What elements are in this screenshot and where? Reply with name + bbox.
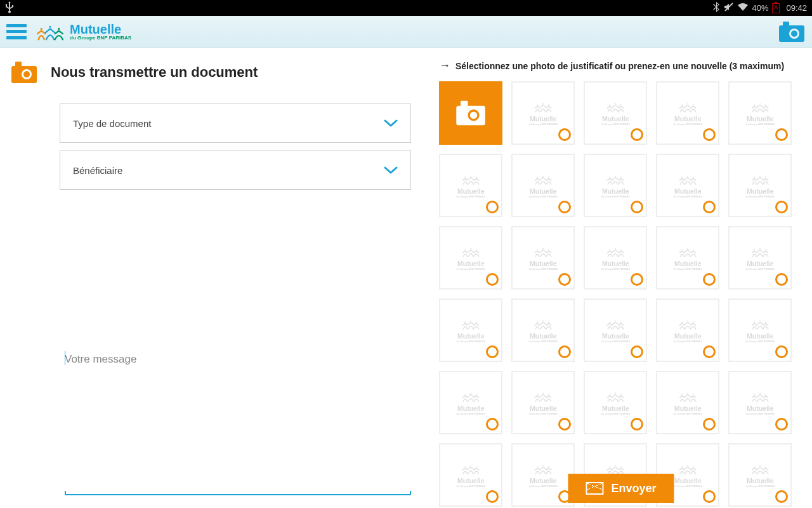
svg-point-97 xyxy=(681,466,683,467)
brand-subtitle: du Groupe BNP PARIBAS xyxy=(70,36,131,41)
svg-point-42 xyxy=(765,177,766,178)
svg-point-33 xyxy=(548,177,549,178)
svg-point-80 xyxy=(615,392,616,394)
photo-tile[interactable]: Mutuelledu Groupe BNP PARIBAS xyxy=(728,443,792,507)
send-button[interactable]: Envoyer xyxy=(568,474,674,503)
placeholder-logo: Mutuelledu Groupe BNP PARIBAS xyxy=(673,391,702,415)
svg-point-67 xyxy=(681,321,683,323)
svg-point-30 xyxy=(476,177,477,178)
svg-point-61 xyxy=(537,321,538,323)
battery-low-icon xyxy=(772,3,780,13)
svg-point-52 xyxy=(681,249,683,250)
svg-point-44 xyxy=(470,248,471,249)
placeholder-logo: Mutuelledu Groupe BNP PARIBAS xyxy=(528,391,557,415)
svg-point-37 xyxy=(681,177,683,178)
svg-point-57 xyxy=(765,249,766,250)
message-input[interactable] xyxy=(65,350,411,369)
svg-point-41 xyxy=(759,175,761,177)
svg-point-76 xyxy=(537,394,538,395)
chevron-down-icon xyxy=(384,119,398,127)
photo-tile[interactable]: Mutuelledu Groupe BNP PARIBAS xyxy=(439,226,502,290)
svg-point-47 xyxy=(542,248,544,249)
photo-tile[interactable]: Mutuelledu Groupe BNP PARIBAS xyxy=(584,154,647,217)
brand-logo[interactable]: Mutuelle du Groupe BNP PARIBAS xyxy=(36,21,131,43)
svg-point-48 xyxy=(548,249,549,250)
svg-point-15 xyxy=(470,112,477,119)
svg-point-55 xyxy=(754,249,755,250)
placeholder-logo: Mutuelledu Groupe BNP PARIBAS xyxy=(673,463,702,488)
svg-point-1 xyxy=(41,27,43,29)
photo-tile[interactable]: Mutuelledu Groupe BNP PARIBAS xyxy=(511,81,575,145)
photo-tile[interactable]: Mutuelledu Groupe BNP PARIBAS xyxy=(439,443,502,507)
photo-tile[interactable]: Mutuelledu Groupe BNP PARIBAS xyxy=(728,81,792,145)
photo-tile[interactable]: Mutuelledu Groupe BNP PARIBAS xyxy=(439,298,502,362)
svg-rect-13 xyxy=(461,101,468,107)
selection-indicator xyxy=(703,128,716,141)
photo-tile[interactable]: Mutuelledu Groupe BNP PARIBAS xyxy=(584,371,647,434)
placeholder-logo: Mutuelledu Groupe BNP PARIBAS xyxy=(673,101,702,126)
photo-tile[interactable]: Mutuelledu Groupe BNP PARIBAS xyxy=(439,154,502,217)
photo-tile[interactable]: Mutuelledu Groupe BNP PARIBAS xyxy=(656,226,719,290)
svg-point-40 xyxy=(754,177,755,178)
photo-tile[interactable]: Mutuelledu Groupe BNP PARIBAS xyxy=(511,226,575,290)
selection-indicator xyxy=(558,201,571,213)
svg-point-23 xyxy=(687,103,688,104)
photo-tile[interactable]: Mutuelledu Groupe BNP PARIBAS xyxy=(511,443,575,507)
svg-point-16 xyxy=(537,104,538,105)
placeholder-logo: Mutuelledu Groupe BNP PARIBAS xyxy=(673,318,702,343)
photo-tile[interactable]: Mutuelledu Groupe BNP PARIBAS xyxy=(728,226,792,290)
bluetooth-icon xyxy=(712,2,720,14)
photo-tile[interactable]: Mutuelledu Groupe BNP PARIBAS xyxy=(511,371,575,434)
photo-grid: Mutuelledu Groupe BNP PARIBASMutuelledu … xyxy=(439,81,803,507)
placeholder-logo: Mutuelledu Groupe BNP PARIBAS xyxy=(528,246,557,271)
svg-point-73 xyxy=(464,394,466,395)
svg-point-86 xyxy=(759,392,761,394)
svg-point-75 xyxy=(476,394,477,395)
placeholder-logo: Mutuelledu Groupe BNP PARIBAS xyxy=(456,173,485,198)
photo-tile[interactable]: Mutuelledu Groupe BNP PARIBAS xyxy=(656,371,719,434)
svg-point-26 xyxy=(759,103,761,104)
photo-tile[interactable]: Mutuelledu Groupe BNP PARIBAS xyxy=(656,298,719,362)
app-header: Mutuelle du Groupe BNP PARIBAS xyxy=(0,16,812,48)
placeholder-logo: Mutuelledu Groupe BNP PARIBAS xyxy=(745,246,774,271)
photo-tile[interactable]: Mutuelledu Groupe BNP PARIBAS xyxy=(656,81,719,145)
photo-tile[interactable]: Mutuelledu Groupe BNP PARIBAS xyxy=(728,298,792,362)
svg-point-87 xyxy=(765,394,766,395)
selection-indicator xyxy=(486,345,499,358)
beneficiary-dropdown[interactable]: Bénéficiaire xyxy=(60,150,411,190)
capture-photo-tile[interactable] xyxy=(439,81,502,145)
svg-point-74 xyxy=(470,392,471,394)
svg-point-3 xyxy=(58,27,60,29)
menu-button[interactable] xyxy=(6,24,27,39)
selection-indicator xyxy=(558,273,571,286)
svg-point-28 xyxy=(464,177,466,178)
svg-point-84 xyxy=(693,394,694,395)
svg-point-100 xyxy=(754,466,755,467)
text-cursor xyxy=(65,351,65,365)
photo-tile[interactable]: Mutuelledu Groupe BNP PARIBAS xyxy=(439,371,502,434)
placeholder-logo: Mutuelledu Groupe BNP PARIBAS xyxy=(456,318,485,343)
selection-indicator xyxy=(775,128,788,141)
status-clock: 09:42 xyxy=(786,3,807,13)
photo-tile[interactable]: Mutuelledu Groupe BNP PARIBAS xyxy=(584,81,647,145)
svg-point-50 xyxy=(615,248,616,249)
photo-tile[interactable]: Mutuelledu Groupe BNP PARIBAS xyxy=(511,298,575,362)
document-type-dropdown[interactable]: Type de document xyxy=(60,104,411,143)
wifi-icon xyxy=(738,3,748,13)
svg-point-70 xyxy=(754,321,755,323)
svg-point-77 xyxy=(542,392,544,394)
photo-tile[interactable]: Mutuelledu Groupe BNP PARIBAS xyxy=(584,226,647,290)
photo-tile[interactable]: Mutuelledu Groupe BNP PARIBAS xyxy=(584,298,647,362)
placeholder-logo: Mutuelledu Groupe BNP PARIBAS xyxy=(601,318,629,343)
photo-tile[interactable]: Mutuelledu Groupe BNP PARIBAS xyxy=(656,154,719,217)
arrow-right-icon: → xyxy=(439,59,450,72)
svg-point-60 xyxy=(476,321,477,323)
selection-indicator xyxy=(486,273,499,286)
svg-point-64 xyxy=(609,321,610,323)
photo-tile[interactable]: Mutuelledu Groupe BNP PARIBAS xyxy=(511,154,575,217)
header-camera-button[interactable] xyxy=(778,20,806,43)
battery-percentage: 40% xyxy=(752,3,768,13)
photo-tile[interactable]: Mutuelledu Groupe BNP PARIBAS xyxy=(728,371,792,434)
photo-tile[interactable]: Mutuelledu Groupe BNP PARIBAS xyxy=(728,154,792,217)
selection-indicator xyxy=(486,418,499,431)
